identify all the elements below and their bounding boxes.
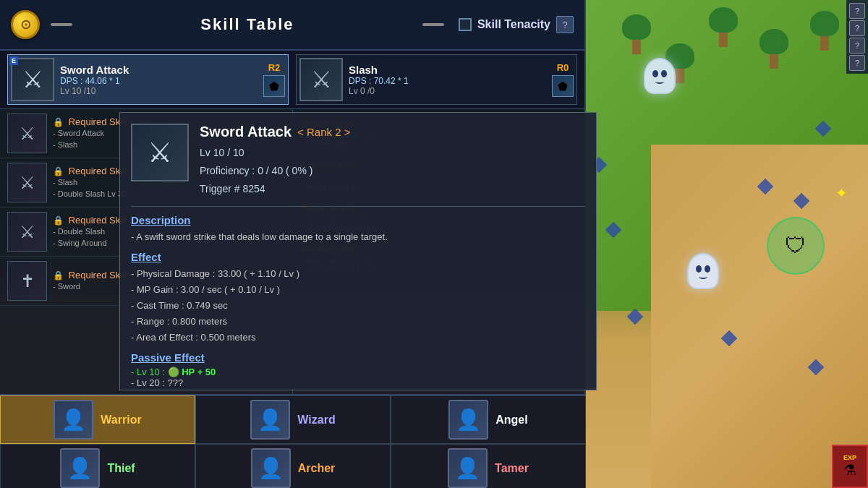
effect-section: Effect - Physical Damage : 33.00 ( + 1.1… bbox=[131, 251, 585, 346]
slider-right bbox=[422, 23, 444, 26]
decoration bbox=[627, 309, 644, 325]
exp-bar: EXP ⚗ bbox=[832, 445, 868, 488]
effect-line: - Range : 0.800 meters bbox=[131, 314, 585, 330]
yellow-star: ✦ bbox=[835, 184, 848, 202]
tree bbox=[810, 11, 839, 47]
hp-bonus: HP + 50 bbox=[182, 367, 216, 377]
tree bbox=[709, 7, 738, 43]
class-tab-angel[interactable]: 👤 Angel bbox=[391, 395, 586, 444]
popup-level: Lv 10 / 10 bbox=[200, 144, 585, 162]
tree bbox=[622, 14, 651, 51]
passive-effect-title: Passive Effect bbox=[131, 351, 585, 364]
list-item-icon: ⚔ bbox=[7, 212, 47, 252]
right-panel: ? ? ? ? bbox=[846, 0, 868, 74]
sword-attack-rank: R2 ⬟ bbox=[263, 62, 285, 97]
passive-section: Passive Effect - Lv 10 : 🟢 HP + 50 - Lv … bbox=[131, 351, 585, 388]
slider-left bbox=[51, 23, 72, 26]
popup-trigger: Trigger # 8254 bbox=[200, 180, 585, 198]
skill-badge-e: E bbox=[9, 56, 18, 65]
hp-icon: 🟢 bbox=[168, 367, 179, 377]
right-button-2[interactable]: ? bbox=[849, 20, 865, 36]
skill-detail-popup: ⚔ Sword Attack < Rank 2 > Lv 10 / 10 Pro… bbox=[119, 112, 597, 390]
right-button-3[interactable]: ? bbox=[849, 38, 865, 53]
description-text: - A swift sword strike that deals low da… bbox=[131, 229, 585, 245]
popup-skill-icon: ⚔ bbox=[131, 124, 189, 181]
rank-label: R2 bbox=[268, 62, 281, 73]
ghost-sprite bbox=[687, 253, 723, 296]
tenacity-help-button[interactable]: ? bbox=[556, 16, 574, 33]
slash-rank-icon: ⬟ bbox=[552, 75, 574, 97]
slash-level: Lv 0 /0 bbox=[349, 86, 574, 96]
rank-icon: ⬟ bbox=[263, 75, 285, 97]
slash-dps: DPS : 70.42 * 1 bbox=[349, 76, 574, 86]
popup-header: ⚔ Sword Attack < Rank 2 > Lv 10 / 10 Pro… bbox=[131, 124, 585, 207]
popup-name-rank: Sword Attack < Rank 2 > bbox=[200, 124, 585, 140]
tree bbox=[760, 29, 788, 65]
coin-symbol: ⊙ bbox=[20, 17, 31, 33]
effect-line: - Area of Effect : 0.500 meters bbox=[131, 330, 585, 346]
archer-avatar: 👤 bbox=[251, 448, 291, 488]
skill-slot-slash[interactable]: ⚔ Slash DPS : 70.42 * 1 Lv 0 /0 R0 ⬟ bbox=[296, 54, 577, 105]
class-tab-wizard[interactable]: 👤 Wizard bbox=[195, 395, 391, 444]
sword-attack-info: Sword Attack DPS : 44.06 * 1 Lv 10 /10 bbox=[60, 64, 285, 96]
wizard-label: Wizard bbox=[297, 414, 335, 427]
slash-icon: ⚔ bbox=[299, 58, 343, 101]
effect-content: - Physical Damage : 33.00 ( + 1.10 / Lv … bbox=[131, 266, 585, 346]
lock-icon: 🔒 bbox=[53, 166, 64, 176]
header: ⊙ Skill Table Skill Tenacity ? bbox=[0, 0, 584, 51]
slash-rank-label: R0 bbox=[557, 62, 569, 73]
popup-skill-name: Sword Attack bbox=[200, 124, 292, 140]
right-button-1[interactable]: ? bbox=[849, 3, 865, 19]
thief-label: Thief bbox=[107, 462, 135, 475]
thief-avatar: 👤 bbox=[60, 448, 100, 488]
sword-attack-dps: DPS : 44.06 * 1 bbox=[60, 76, 285, 86]
exp-label: EXP bbox=[843, 454, 856, 461]
skill-slots-row: E ⚔ Sword Attack DPS : 44.06 * 1 Lv 10 /… bbox=[0, 51, 584, 109]
sword-attack-level: Lv 10 /10 bbox=[60, 86, 285, 96]
right-button-4[interactable]: ? bbox=[849, 55, 865, 71]
class-tab-archer[interactable]: 👤 Archer bbox=[195, 444, 391, 488]
slash-name: Slash bbox=[349, 64, 574, 76]
sword-attack-icon: E ⚔ bbox=[11, 58, 54, 101]
skill-tenacity-area: Skill Tenacity ? bbox=[459, 16, 574, 33]
description-section: Description - A swift sword strike that … bbox=[131, 214, 585, 245]
popup-proficiency: Proficiency : 0 / 40 ( 0% ) bbox=[200, 162, 585, 180]
slash-rank: R0 ⬟ bbox=[552, 62, 574, 97]
description-title: Description bbox=[131, 214, 585, 226]
archer-label: Archer bbox=[298, 462, 336, 475]
passive-lv20: - Lv 20 : ??? bbox=[131, 377, 585, 388]
tenacity-checkbox[interactable] bbox=[459, 18, 472, 31]
class-tabs: 👤 Warrior 👤 Wizard 👤 Angel 👤 Thief 👤 Arc… bbox=[0, 394, 586, 488]
class-tab-warrior[interactable]: 👤 Warrior bbox=[0, 395, 195, 444]
angel-label: Angel bbox=[495, 414, 527, 427]
passive-lv10: - Lv 10 : 🟢 HP + 50 bbox=[131, 367, 585, 377]
list-item-icon: ✝ bbox=[7, 261, 47, 301]
wizard-avatar: 👤 bbox=[250, 400, 290, 440]
lock-icon: 🔒 bbox=[53, 215, 64, 226]
list-item-icon: ⚔ bbox=[7, 163, 47, 202]
class-tab-tamer[interactable]: 👤 Tamer bbox=[391, 444, 586, 488]
skill-slot-sword-attack[interactable]: E ⚔ Sword Attack DPS : 44.06 * 1 Lv 10 /… bbox=[7, 54, 289, 105]
defender-circle: 🛡 bbox=[767, 217, 825, 275]
class-tab-thief[interactable]: 👤 Thief bbox=[0, 444, 195, 488]
warrior-avatar: 👤 bbox=[54, 400, 93, 440]
effect-line: - Cast Time : 0.749 sec bbox=[131, 298, 585, 314]
effect-line: - MP Gain : 3.00 / sec ( + 0.10 / Lv ) bbox=[131, 282, 585, 298]
tamer-avatar: 👤 bbox=[448, 448, 488, 488]
warrior-label: Warrior bbox=[101, 414, 141, 427]
sword-attack-name: Sword Attack bbox=[60, 64, 285, 76]
tamer-label: Tamer bbox=[495, 462, 529, 475]
ghost-sprite bbox=[644, 58, 680, 101]
popup-title-area: Sword Attack < Rank 2 > Lv 10 / 10 Profi… bbox=[200, 124, 585, 199]
tenacity-label: Skill Tenacity bbox=[477, 18, 550, 31]
popup-rank: < Rank 2 > bbox=[297, 126, 350, 138]
lock-icon: 🔒 bbox=[53, 270, 64, 281]
exp-icon: ⚗ bbox=[843, 461, 856, 479]
gold-coin: ⊙ bbox=[11, 10, 40, 39]
list-item-icon: ⚔ bbox=[7, 114, 47, 153]
slash-info: Slash DPS : 70.42 * 1 Lv 0 /0 bbox=[349, 64, 574, 96]
effect-title: Effect bbox=[131, 251, 585, 263]
skill-table-title: Skill Table bbox=[76, 15, 419, 34]
lock-icon: 🔒 bbox=[53, 117, 64, 127]
effect-line: - Physical Damage : 33.00 ( + 1.10 / Lv … bbox=[131, 266, 585, 282]
